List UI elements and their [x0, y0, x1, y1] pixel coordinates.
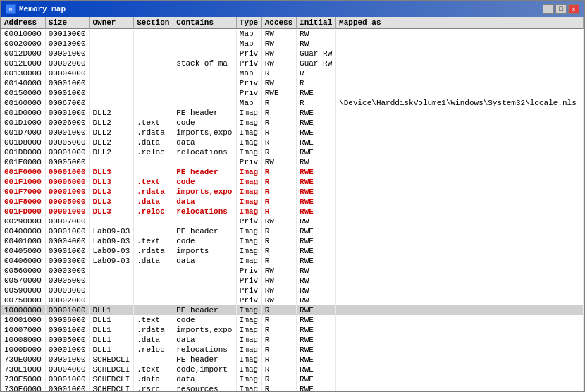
table-cell — [336, 29, 584, 39]
table-row[interactable]: 001E000000005000PrivRWRW — [1, 157, 584, 167]
table-cell: 00405000 — [1, 246, 45, 256]
table-cell: R — [261, 108, 296, 118]
table-cell: 00004000 — [45, 365, 90, 374]
table-cell: RWE — [297, 365, 336, 374]
table-cell: code,import — [173, 365, 237, 374]
table-row[interactable]: 0040100000004000Lab09-03.textcodeImagRRW… — [1, 236, 584, 246]
table-cell: RW — [297, 276, 336, 286]
table-cell — [134, 355, 173, 365]
table-cell: 00001000 — [45, 167, 90, 177]
col-contains: Contains — [173, 17, 237, 29]
table-row[interactable]: 001D000000001000DLL2PE headerImagRRWE — [1, 108, 584, 118]
table-cell: SCHEDCLI — [90, 365, 134, 374]
table-cell: code — [173, 177, 237, 187]
table-cell: data — [173, 256, 237, 266]
table-row[interactable]: 001DD00000001000DLL2.relocrelocationsIma… — [1, 147, 584, 157]
table-cell — [336, 355, 584, 365]
table-row[interactable]: 0040600000003000Lab09-03.datadataImagRRW… — [1, 256, 584, 266]
table-cell: .text — [134, 365, 173, 374]
table-cell: .text — [134, 236, 173, 246]
table-cell: .data — [134, 374, 173, 384]
table-row[interactable]: 0057000000005000PrivRWRW — [1, 276, 584, 286]
table-cell: PE header — [173, 305, 237, 315]
table-cell: 00005000 — [45, 276, 90, 286]
table-cell — [134, 305, 173, 315]
table-row[interactable]: 001F100000006000DLL3.textcodeImagRRWE — [1, 177, 584, 187]
table-cell: relocations — [173, 345, 237, 355]
table-row[interactable]: 001F800000005000DLL3.datadataImagRRWE — [1, 197, 584, 207]
table-cell: 00001000 — [45, 207, 90, 216]
table-row[interactable]: 1000100000006000DLL1.textcodeImagRRWE — [1, 315, 584, 325]
table-row[interactable]: 0012D00000001000PrivRWGuar RW — [1, 49, 584, 59]
table-row[interactable]: 730E100000004000SCHEDCLI.textcode,import… — [1, 365, 584, 374]
table-cell — [336, 345, 584, 355]
table-cell: 00005000 — [45, 137, 90, 147]
table-cell: R — [261, 167, 296, 177]
table-cell — [134, 157, 173, 167]
table-cell: SCHEDCLI — [90, 355, 134, 365]
table-cell: DLL2 — [90, 118, 134, 128]
table-row[interactable]: 001D100000006000DLL2.textcodeImagRRWE — [1, 118, 584, 128]
table-cell — [336, 118, 584, 128]
table-row[interactable]: 730E500000001000SCHEDCLI.datadataImagRRW… — [1, 374, 584, 384]
table-row[interactable]: 1000800000005000DLL1.datadataImagRRWE — [1, 335, 584, 345]
table-cell — [134, 216, 173, 226]
table-cell — [134, 167, 173, 177]
minimize-button[interactable]: _ — [543, 4, 554, 14]
table-row[interactable]: 0075000000002000PrivRWRW — [1, 295, 584, 305]
table-cell: Priv — [236, 295, 261, 305]
table-cell: 00002000 — [45, 59, 90, 68]
table-cell: Lab09-03 — [90, 236, 134, 246]
table-cell: DLL1 — [90, 335, 134, 345]
table-row[interactable]: 1000D00000001000DLL1.relocrelocationsIma… — [1, 345, 584, 355]
table-row[interactable]: 0014000000001000PrivRWR — [1, 78, 584, 88]
table-cell: imports,expo — [173, 187, 237, 197]
table-row[interactable]: 0015000000001000PrivRWERWE — [1, 88, 584, 98]
table-cell: Imag — [236, 246, 261, 256]
table-cell — [90, 216, 134, 226]
table-cell: 001D0000 — [1, 108, 45, 118]
table-row[interactable]: 0040000000001000Lab09-03PE headerImagRRW… — [1, 226, 584, 236]
table-row[interactable]: 0059000000003000PrivRWRW — [1, 286, 584, 295]
table-row[interactable]: 001FD00000001000DLL3.relocrelocationsIma… — [1, 207, 584, 216]
table-row[interactable]: 0012E00000002000stack of maPrivRWGuar RW — [1, 59, 584, 68]
table-cell — [173, 29, 237, 39]
table-row[interactable]: 730E600000001000SCHEDCLI.rsrcresourcesIm… — [1, 384, 584, 391]
table-cell: R — [261, 335, 296, 345]
table-row[interactable]: 0013000000004000MapRR — [1, 68, 584, 78]
table-cell: RWE — [297, 187, 336, 197]
table-cell: R — [261, 345, 296, 355]
table-cell — [90, 78, 134, 88]
table-row[interactable]: 001F700000001000DLL3.rdataimports,expoIm… — [1, 187, 584, 197]
col-section: Section — [134, 17, 173, 29]
table-container[interactable]: Address Size Owner Section Contains Type… — [1, 17, 584, 391]
table-cell: relocations — [173, 147, 237, 157]
table-row[interactable]: 0001000000010000MapRWRW — [1, 29, 584, 39]
close-button[interactable]: ✕ — [568, 4, 579, 14]
table-row[interactable]: 001F000000001000DLL3PE headerImagRRWE — [1, 167, 584, 177]
table-cell: Lab09-03 — [90, 226, 134, 236]
table-cell: DLL1 — [90, 345, 134, 355]
table-cell: relocations — [173, 207, 237, 216]
table-row[interactable]: 1000000000001000DLL1PE headerImagRRWE — [1, 305, 584, 315]
table-cell: RW — [261, 39, 296, 49]
table-row[interactable]: 0016000000067000MapRR\Device\HarddiskVol… — [1, 98, 584, 108]
table-row[interactable]: 0029000000007000PrivRWRW — [1, 216, 584, 226]
table-cell: RWE — [297, 305, 336, 315]
table-row[interactable]: 0002000000010000MapRWRW — [1, 39, 584, 49]
table-cell: RWE — [297, 345, 336, 355]
table-row[interactable]: 0056000000003000PrivRWRW — [1, 266, 584, 276]
table-cell: 001F1000 — [1, 177, 45, 187]
table-cell: imports — [173, 246, 237, 256]
table-cell: 1000D000 — [1, 345, 45, 355]
table-row[interactable]: 001D800000005000DLL2.datadataImagRRWE — [1, 137, 584, 147]
table-row[interactable]: 1000700000001000DLL1.rdataimports,expoIm… — [1, 325, 584, 335]
table-cell: 00160000 — [1, 98, 45, 108]
maximize-button[interactable]: □ — [555, 4, 567, 14]
table-cell: Imag — [236, 128, 261, 137]
table-row[interactable]: 730E000000001000SCHEDCLIPE headerImagRRW… — [1, 355, 584, 365]
table-row[interactable]: 0040500000001000Lab09-03.rdataimportsIma… — [1, 246, 584, 256]
table-cell: 0012D000 — [1, 49, 45, 59]
table-row[interactable]: 001D700000001000DLL2.rdataimports,expoIm… — [1, 128, 584, 137]
table-cell — [336, 325, 584, 335]
